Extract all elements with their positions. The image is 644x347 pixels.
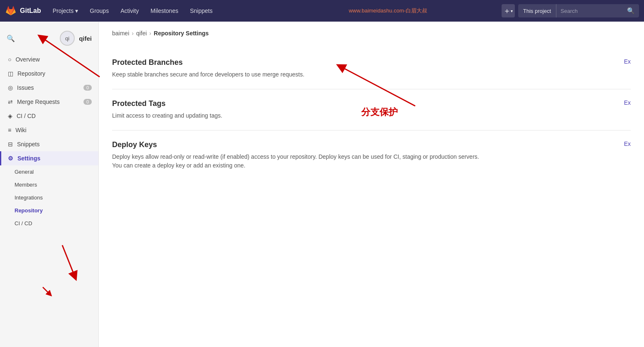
sidebar: 🔍 qi qifei ○ Overview ◫ Repository ◎	[0, 22, 99, 347]
deploy-keys-expand[interactable]: Ex	[616, 140, 631, 147]
sidebar-user: 🔍 qi qifei	[0, 27, 98, 52]
search-input[interactable]	[556, 8, 623, 14]
search-area: This project 🔍	[518, 4, 639, 17]
sidebar-item-repository[interactable]: ◫ Repository	[0, 66, 98, 81]
protected-branches-section: Protected Branches Keep stable branches …	[112, 48, 631, 89]
breadcrumb-baimei[interactable]: baimei	[112, 30, 129, 37]
protected-tags-title: Protected Tags	[112, 99, 486, 108]
page-layout: 🔍 qi qifei ○ Overview ◫ Repository ◎	[0, 22, 644, 347]
nav-projects[interactable]: Projects ▾	[48, 5, 83, 17]
sidebar-item-wiki[interactable]: ≡ Wiki	[0, 123, 98, 137]
nav-items: Projects ▾ Groups Activity Milestones Sn…	[48, 5, 275, 17]
sidebar-sub-cicd[interactable]: CI / CD	[0, 217, 98, 230]
search-button[interactable]: 🔍	[623, 7, 639, 15]
nav-milestones[interactable]: Milestones	[146, 5, 184, 17]
sidebar-item-snippets[interactable]: ⊟ Snippets	[0, 137, 98, 151]
deploy-keys-info: Deploy Keys Deploy keys allow read-only …	[112, 140, 486, 170]
main-content: baimei › qifei › Repository Settings Pro…	[99, 22, 644, 347]
repository-icon: ◫	[8, 70, 13, 77]
avatar: qi	[60, 31, 75, 46]
protected-tags-info: Protected Tags Limit access to creating …	[112, 99, 486, 120]
sidebar-username: qifei	[79, 35, 92, 42]
promo-link: www.baimeidashu.com-白眉大叔	[274, 7, 502, 15]
protected-tags-section: Protected Tags Limit access to creating …	[112, 89, 631, 130]
gitlab-label: GitLab	[20, 7, 41, 15]
nav-snippets[interactable]: Snippets	[185, 5, 217, 17]
settings-subnav: General Members Integrations Repository …	[0, 165, 98, 230]
nav-groups[interactable]: Groups	[85, 5, 114, 17]
overview-icon: ○	[8, 56, 11, 63]
protected-branches-title: Protected Branches	[112, 58, 486, 67]
breadcrumb: baimei › qifei › Repository Settings	[112, 30, 631, 37]
breadcrumb-current: Repository Settings	[154, 30, 208, 37]
wiki-icon: ≡	[8, 127, 11, 133]
cicd-icon: ◈	[8, 113, 12, 119]
nav-activity[interactable]: Activity	[115, 5, 144, 17]
sidebar-item-settings[interactable]: ⚙ Settings	[0, 151, 98, 165]
sidebar-sub-repository[interactable]: Repository	[0, 204, 98, 217]
sidebar-sub-members[interactable]: Members	[0, 178, 98, 191]
new-item-button[interactable]: ＋ ▾	[502, 4, 515, 17]
sidebar-sub-general[interactable]: General	[0, 165, 98, 178]
deploy-keys-title: Deploy Keys	[112, 140, 486, 149]
nav-right: ＋ ▾ This project 🔍	[502, 4, 639, 17]
snippets-icon: ⊟	[8, 141, 13, 148]
issues-icon: ◎	[8, 84, 13, 91]
protected-branches-info: Protected Branches Keep stable branches …	[112, 58, 486, 79]
sidebar-nav: ○ Overview ◫ Repository ◎ Issues 0 ⇄	[0, 52, 98, 165]
sidebar-item-issues[interactable]: ◎ Issues 0	[0, 81, 98, 95]
protected-tags-expand[interactable]: Ex	[616, 99, 631, 106]
merge-requests-badge: 0	[83, 99, 92, 105]
search-scope[interactable]: This project	[518, 4, 556, 17]
sidebar-item-merge-requests[interactable]: ⇄ Merge Requests 0	[0, 95, 98, 109]
protected-branches-expand[interactable]: Ex	[616, 58, 631, 65]
gitlab-logo-icon	[5, 5, 17, 17]
sidebar-sub-integrations[interactable]: Integrations	[0, 191, 98, 204]
sidebar-item-cicd[interactable]: ◈ CI / CD	[0, 109, 98, 123]
sidebar-item-overview[interactable]: ○ Overview	[0, 52, 98, 66]
top-navigation: GitLab Projects ▾ Groups Activity Milest…	[0, 0, 644, 22]
sidebar-search-icon[interactable]: 🔍	[7, 34, 15, 42]
issues-badge: 0	[83, 85, 92, 91]
merge-requests-icon: ⇄	[8, 98, 13, 105]
protected-tags-desc: Limit access to creating and updating ta…	[112, 111, 486, 120]
deploy-keys-desc: Deploy keys allow read-only or read-writ…	[112, 153, 486, 170]
settings-icon: ⚙	[8, 155, 13, 162]
breadcrumb-qifei[interactable]: qifei	[136, 30, 147, 37]
protected-branches-desc: Keep stable branches secure and force de…	[112, 70, 486, 79]
deploy-keys-section: Deploy Keys Deploy keys allow read-only …	[112, 130, 631, 180]
gitlab-logo[interactable]: GitLab	[5, 5, 41, 17]
